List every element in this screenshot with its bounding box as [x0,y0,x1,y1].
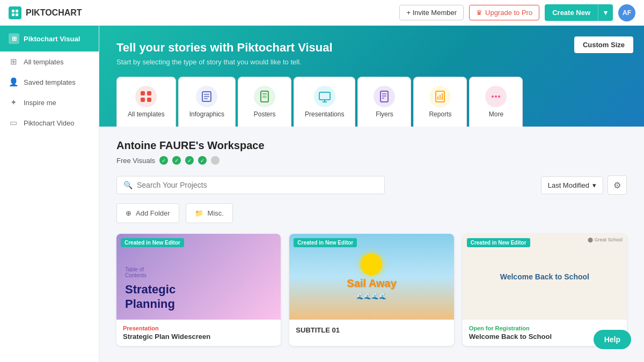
sidebar: ⊞ Piktochart Visual ⊞ All templates 👤 Sa… [0,26,99,362]
user-avatar[interactable]: AF [618,4,635,21]
search-input[interactable] [137,181,378,189]
dot-3: ✓ [185,156,194,165]
misc-folder[interactable]: 📁 Misc. [186,203,233,223]
sidebar-item-saved-templates[interactable]: 👤 Saved templates [0,72,99,92]
new-editor-badge-school: Created in New Editor [467,238,530,247]
svg-rect-15 [319,92,330,100]
sidebar-item-inspire-me[interactable]: ✦ Inspire me [0,92,99,113]
dot-1: ✓ [159,156,168,165]
presentations-type-label: Presentations [305,110,344,118]
upgrade-button[interactable]: ♛ Upgrade to Pro [469,5,539,20]
svg-rect-14 [262,95,267,98]
template-type-posters[interactable]: Posters [238,77,291,127]
search-icon: 🔍 [123,181,133,189]
piktochart-visual-brand[interactable]: ⊞ Piktochart Visual [0,26,99,51]
posters-type-label: Posters [254,110,276,118]
workspace-section: Antoine FAURE's Workspace Free Visuals ✓… [99,127,644,359]
new-editor-badge-sail: Created in New Editor [294,238,357,247]
hero-banner: Custom Size Tell your stories with Pikto… [99,26,644,127]
all-templates-type-label: All templates [128,110,165,118]
add-folder-button[interactable]: ⊕ Add Folder [116,203,179,223]
card-thumbnail-sail-away: Sail Away 🌊🌊🌊🌊 Created in New Editor [289,234,453,320]
card-thumbnail-welcome-school: Welcome Back to School ⬤ Great School Cr… [463,234,627,320]
dot-2: ✓ [172,156,181,165]
reports-type-label: Reports [429,110,451,118]
workspace-title: Antoine FAURE's Workspace [116,139,627,152]
project-card-sail-away[interactable]: Sail Away 🌊🌊🌊🌊 Created in New Editor SUB… [289,234,453,346]
video-icon: ▭ [9,118,18,128]
hero-subtitle: Start by selecting the type of story tha… [116,58,627,66]
svg-rect-0 [12,10,14,12]
reports-type-icon [429,86,451,107]
more-type-icon [485,86,507,107]
infographics-type-icon [196,86,217,107]
dot-5 [211,156,219,165]
new-editor-badge: Created in New Editor [121,238,184,247]
hero-title: Tell your stories with Piktochart Visual [116,41,627,55]
template-type-flyers[interactable]: Flyers [357,77,411,127]
flyers-type-icon [374,86,395,107]
card-info-sail-away: SUBTITLE 01 [289,320,453,339]
svg-rect-1 [16,10,18,12]
free-visuals-row: Free Visuals ✓ ✓ ✓ ✓ [116,156,627,165]
add-folder-icon: ⊕ [126,209,131,217]
svg-rect-2 [12,13,14,16]
svg-point-27 [495,95,497,98]
folder-icon: 📁 [195,209,203,217]
top-navigation: PIKTOCHART + Invite Member ♛ Upgrade to … [0,0,644,26]
crown-icon: ♛ [476,9,482,17]
card-info-strategic-planning: Presentation Strategic Plan Widescreen [116,320,281,346]
svg-rect-5 [147,91,151,95]
main-content: Custom Size Tell your stories with Pikto… [99,26,644,362]
svg-point-28 [498,95,500,98]
sidebar-item-piktochart-video[interactable]: ▭ Piktochart Video [0,113,99,133]
svg-rect-23 [437,97,438,100]
posters-type-icon [254,86,275,107]
chevron-down-icon: ▾ [592,181,596,189]
create-dropdown-icon[interactable]: ▾ [598,4,613,21]
svg-rect-24 [440,95,441,100]
custom-size-button[interactable]: Custom Size [574,36,633,53]
presentations-type-icon [314,86,335,107]
project-card-welcome-school[interactable]: Welcome Back to School ⬤ Great School Cr… [463,234,627,346]
svg-rect-18 [380,91,388,102]
settings-button[interactable]: ⚙ [608,175,627,195]
sort-select[interactable]: Last Modified ▾ [541,176,603,194]
piktochart-logo-icon [9,6,21,19]
template-type-infographics[interactable]: Infographics [178,77,236,127]
brand-icon: ⊞ [9,33,19,44]
search-row: 🔍 Last Modified ▾ ⚙ [116,175,627,195]
create-new-button[interactable]: Create New ▾ [545,4,613,21]
template-type-presentations[interactable]: Presentations [294,77,355,127]
more-type-label: More [489,110,503,118]
svg-rect-3 [16,13,18,16]
dot-4: ✓ [198,156,207,165]
svg-point-26 [492,95,494,98]
svg-rect-4 [141,91,145,95]
card-thumbnail-strategic-planning: Table ofContents StrategicPlanning Creat… [116,234,281,320]
saved-templates-icon: 👤 [9,77,18,87]
template-types-row: All templates Infographics [116,77,627,127]
logo-text: PIKTOCHART [26,8,82,18]
infographics-type-label: Infographics [189,110,224,118]
folder-row: ⊕ Add Folder 📁 Misc. [116,203,627,223]
template-type-more[interactable]: More [469,77,523,127]
all-templates-icon: ⊞ [9,57,18,67]
all-templates-type-icon [135,86,157,107]
logo-area[interactable]: PIKTOCHART [9,6,82,19]
help-button[interactable]: Help [594,330,631,349]
inspire-me-icon: ✦ [9,98,18,107]
svg-rect-25 [442,93,443,100]
flyers-type-label: Flyers [376,110,393,118]
sort-controls: Last Modified ▾ ⚙ [541,175,627,195]
svg-rect-7 [147,98,151,102]
nav-actions: + Invite Member ♛ Upgrade to Pro Create … [399,4,635,21]
svg-rect-6 [141,98,145,102]
template-type-all[interactable]: All templates [116,77,176,127]
search-box[interactable]: 🔍 [116,176,385,194]
template-type-reports[interactable]: Reports [413,77,467,127]
project-card-strategic-planning[interactable]: Table ofContents StrategicPlanning Creat… [116,234,281,346]
sidebar-item-all-templates[interactable]: ⊞ All templates [0,51,99,72]
projects-grid: Table ofContents StrategicPlanning Creat… [116,234,627,346]
invite-member-button[interactable]: + Invite Member [399,5,464,20]
